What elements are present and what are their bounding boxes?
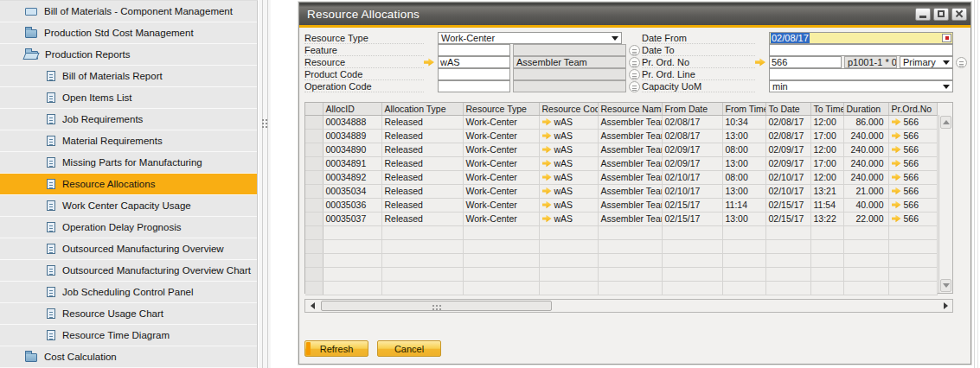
calendar-icon[interactable] [942, 34, 951, 42]
table-cell: Work-Center [463, 184, 539, 198]
choose-from-list-icon[interactable] [956, 57, 967, 68]
refresh-button[interactable]: Refresh [304, 340, 368, 357]
text-input[interactable] [438, 80, 510, 92]
close-button[interactable] [951, 8, 967, 21]
row-selector-cell[interactable] [305, 156, 323, 170]
empty-table-row [305, 253, 937, 267]
table-cell: 240.000 [843, 143, 888, 156]
column-header: AllocID [323, 103, 381, 115]
table-row[interactable]: 00034889ReleasedWork-CenterwASAssembler … [305, 129, 937, 143]
link-arrow-icon[interactable] [892, 215, 901, 223]
scroll-up-button[interactable] [940, 116, 951, 129]
field-label: Product Code [304, 68, 424, 80]
link-arrow-icon[interactable] [892, 174, 901, 181]
link-arrow-icon[interactable] [892, 146, 901, 154]
row-selector-cell[interactable] [305, 115, 323, 129]
dropdown[interactable]: Work-Center [438, 32, 622, 44]
cell-value: 566 [904, 144, 919, 155]
text-input[interactable] [769, 68, 953, 80]
sidebar-item[interactable]: Job Requirements [0, 109, 257, 130]
table-cell: 13:22 [810, 212, 843, 225]
text-input[interactable] [769, 56, 842, 68]
row-selector-cell[interactable] [305, 143, 323, 156]
dropdown[interactable]: min [769, 80, 953, 92]
scroll-left-button[interactable] [305, 300, 319, 312]
row-selector-cell[interactable] [305, 184, 323, 198]
link-arrow-icon[interactable] [892, 132, 901, 140]
sidebar-item[interactable]: Job Scheduling Control Panel [0, 282, 257, 303]
grid-header: AllocIDAllocation TypeResource TypeResou… [305, 103, 937, 115]
table-row[interactable]: 00034892ReleasedWork-CenterwASAssembler … [305, 170, 937, 184]
text-input[interactable] [438, 68, 510, 80]
link-arrow-icon[interactable] [542, 146, 552, 154]
table-cell: 02/09/17 [765, 143, 810, 156]
table-row[interactable]: 00035036ReleasedWork-CenterwASAssembler … [305, 198, 937, 212]
link-arrow-icon[interactable] [892, 187, 901, 195]
text-input[interactable] [769, 44, 953, 56]
choose-from-list-icon[interactable] [629, 57, 640, 68]
table-row[interactable]: 00034890ReleasedWork-CenterwASAssembler … [305, 143, 937, 156]
row-selector-cell[interactable] [305, 129, 323, 143]
sidebar-item[interactable]: Bill of Materials Report [0, 66, 257, 87]
dropdown[interactable]: Primary [900, 56, 953, 68]
table-cell: Work-Center [463, 198, 539, 212]
row-selector-cell[interactable] [305, 198, 323, 212]
text-input[interactable] [438, 56, 510, 68]
sidebar-item[interactable]: Production Std Cost Management [0, 22, 257, 44]
sidebar-item[interactable]: Bill of Materials - Component Management [0, 1, 257, 22]
table-cell: 240.000 [843, 170, 888, 184]
sidebar-item[interactable]: Production Reports [0, 44, 257, 66]
scroll-down-button[interactable] [940, 279, 951, 292]
row-selector-cell[interactable] [305, 212, 323, 225]
horizontal-scrollbar-thumb[interactable] [321, 301, 552, 311]
maximize-button[interactable] [933, 8, 949, 21]
sidebar-item[interactable]: Cost Calculation [0, 346, 257, 368]
window-titlebar[interactable]: Resource Allocations [299, 3, 970, 25]
link-arrow-icon[interactable] [542, 215, 552, 223]
sidebar-item[interactable]: Open Items List [0, 87, 257, 109]
text-input[interactable] [438, 44, 510, 56]
link-arrow-icon[interactable] [542, 201, 552, 209]
sidebar-item[interactable]: Resource Time Diagram [0, 325, 257, 346]
sidebar-item[interactable]: Outsourced Manufacturing Overview Chart [0, 260, 257, 282]
sidebar-item[interactable]: Outsourced Manufacturing Overview [0, 238, 257, 260]
link-arrow-icon[interactable] [542, 160, 552, 168]
link-arrow-icon[interactable] [892, 160, 901, 168]
sidebar-item[interactable]: Resource Allocations [0, 174, 257, 195]
vertical-scrollbar[interactable] [938, 115, 952, 293]
sidebar-item[interactable]: Resource Usage Chart [0, 303, 257, 325]
choose-from-list-icon[interactable] [629, 81, 640, 92]
link-arrow-icon[interactable] [542, 118, 552, 126]
link-arrow-icon[interactable] [755, 58, 765, 67]
sidebar-item[interactable]: Operation Delay Prognosis [0, 217, 257, 238]
choose-from-list-icon[interactable] [629, 45, 640, 56]
horizontal-scrollbar[interactable] [304, 299, 953, 313]
document-icon [47, 136, 55, 146]
link-arrow-icon[interactable] [892, 118, 901, 126]
sidebar-item[interactable]: Work Center Capacity Usage [0, 195, 257, 217]
link-arrow-icon[interactable] [892, 201, 901, 209]
table-row[interactable]: 00035034ReleasedWork-CenterwASAssembler … [305, 184, 937, 198]
cell-value: wAS [554, 158, 573, 168]
scroll-right-button[interactable] [938, 300, 952, 312]
row-selector-cell[interactable] [305, 170, 323, 184]
sidebar-item[interactable]: Missing Parts for Manufacturing [0, 152, 257, 174]
date-input[interactable]: 02/08/17 [769, 32, 953, 44]
choose-from-list-icon[interactable] [629, 69, 640, 80]
cell-value: wAS [554, 186, 573, 196]
table-cell: Assembler Team [598, 184, 662, 198]
link-arrow-icon[interactable] [542, 187, 552, 195]
cancel-button[interactable]: Cancel [377, 340, 441, 357]
sidebar-item[interactable]: Material Requirements [0, 130, 257, 152]
table-row[interactable]: 00035037ReleasedWork-CenterwASAssembler … [305, 212, 937, 225]
sidebar-splitter[interactable] [259, 0, 271, 368]
link-arrow-icon[interactable] [424, 58, 434, 67]
table-row[interactable]: 00034888ReleasedWork-CenterwASAssembler … [305, 115, 937, 129]
sidebar-item-label: Job Scheduling Control Panel [62, 287, 194, 297]
minimize-button[interactable] [915, 8, 931, 21]
link-arrow-icon[interactable] [542, 174, 552, 181]
table-cell: Assembler Team [598, 143, 662, 156]
link-arrow-icon[interactable] [542, 132, 552, 140]
table-row[interactable]: 00034891ReleasedWork-CenterwASAssembler … [305, 156, 937, 170]
table-cell: 02/15/17 [765, 212, 810, 225]
